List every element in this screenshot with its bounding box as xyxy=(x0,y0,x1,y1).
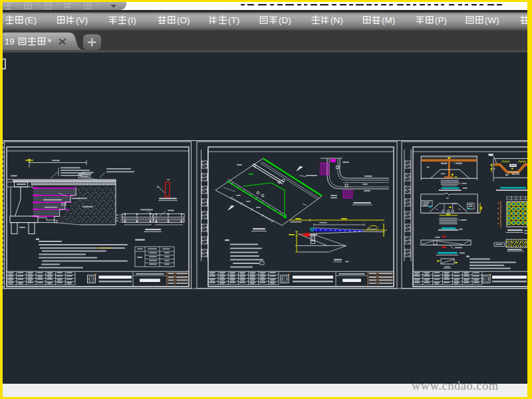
svg-text:(M): (M) xyxy=(382,15,395,25)
svg-text:(I): (I) xyxy=(128,15,136,25)
svg-text:*: * xyxy=(48,36,52,47)
svg-text:(D): (D) xyxy=(279,15,291,25)
svg-text:(T): (T) xyxy=(228,15,239,25)
svg-text:(V): (V) xyxy=(76,15,88,25)
svg-text:(N): (N) xyxy=(331,15,343,25)
svg-text:19: 19 xyxy=(5,37,14,47)
svg-text:(P): (P) xyxy=(435,15,447,25)
svg-text:(E): (E) xyxy=(25,15,37,25)
svg-text:(W): (W) xyxy=(485,15,499,25)
svg-text:www.cndao.com: www.cndao.com xyxy=(412,379,499,392)
svg-text:(O): (O) xyxy=(177,15,190,25)
